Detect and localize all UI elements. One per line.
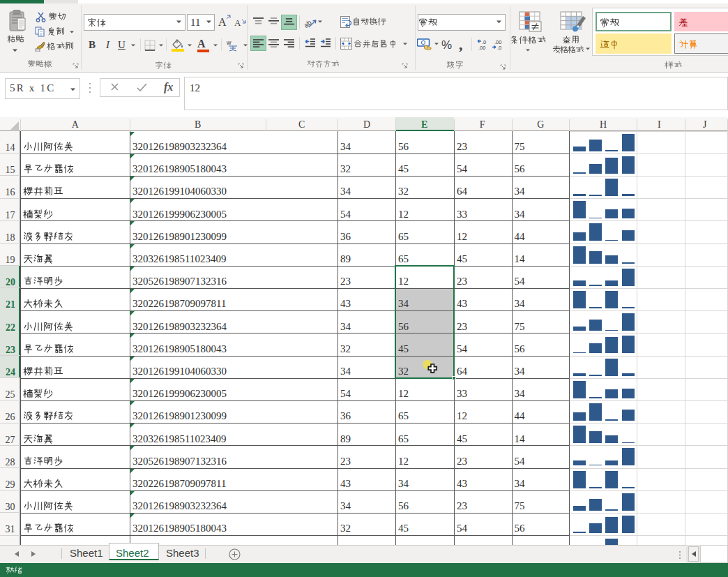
svg-text:.00: .00 xyxy=(478,45,485,50)
svg-text:w: w xyxy=(227,39,232,46)
svg-text:.0: .0 xyxy=(497,45,501,50)
